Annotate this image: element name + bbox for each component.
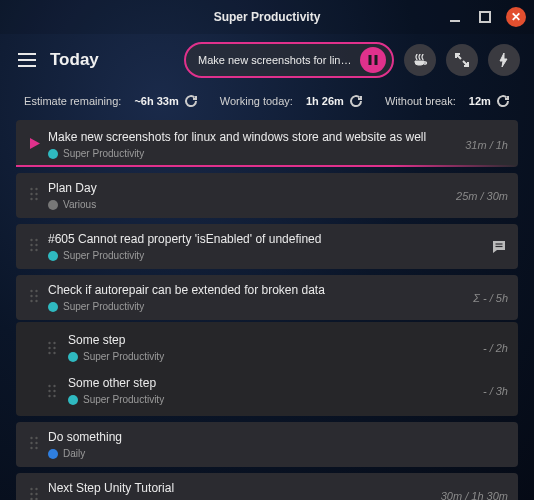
task-row[interactable]: Plan DayVarious25m / 30m (16, 173, 518, 218)
subtasks-container: Some stepSuper Productivity- / 2hSome ot… (16, 322, 518, 416)
menu-button[interactable] (14, 47, 40, 73)
drag-handle-icon[interactable] (20, 486, 48, 501)
subtask-title: Some step (68, 333, 483, 348)
subtask-time: - / 2h (483, 342, 508, 354)
svg-point-49 (30, 497, 32, 499)
svg-point-16 (35, 243, 37, 245)
svg-point-29 (48, 346, 50, 348)
svg-point-17 (30, 248, 32, 250)
titlebar: Super Productivity ✕ (0, 0, 534, 34)
task-title: Check if autorepair can be extended for … (48, 283, 473, 298)
pause-button[interactable] (360, 47, 386, 73)
stat-working: Working today: 1h 26m (220, 94, 363, 108)
svg-point-11 (30, 197, 32, 199)
drag-handle-icon[interactable] (20, 186, 48, 206)
task-row[interactable]: Make new screenshots for linux and windo… (16, 120, 518, 167)
subtask-time: - / 3h (483, 385, 508, 397)
task-row[interactable]: Next Step Unity TutorialGame30m / 1h 30m (16, 473, 518, 500)
tag-dot-icon (68, 352, 78, 362)
refresh-icon[interactable] (184, 94, 198, 108)
svg-point-23 (30, 294, 32, 296)
task-row[interactable]: Check if autorepair can be extended for … (16, 275, 518, 320)
drag-handle-icon[interactable] (40, 383, 64, 399)
svg-point-13 (30, 238, 32, 240)
svg-point-44 (35, 446, 37, 448)
svg-point-12 (35, 197, 37, 199)
close-button[interactable]: ✕ (506, 7, 526, 27)
svg-point-39 (30, 436, 32, 438)
drag-handle-icon[interactable] (40, 340, 64, 356)
svg-point-30 (53, 346, 55, 348)
task-tag: Super Productivity (68, 351, 483, 362)
task-row[interactable]: #605 Cannot read property 'isEnabled' of… (16, 224, 518, 269)
svg-point-24 (35, 294, 37, 296)
svg-rect-6 (375, 55, 378, 65)
drag-handle-icon[interactable] (20, 237, 48, 257)
subtask-row[interactable]: Some stepSuper Productivity- / 2h (16, 326, 518, 369)
svg-point-46 (35, 487, 37, 489)
svg-point-33 (48, 384, 50, 386)
svg-point-41 (30, 441, 32, 443)
task-time: 30m / 1h 30m (441, 490, 508, 501)
stat-estimate: Estimate remaining: ~6h 33m (24, 94, 198, 108)
task-time: 25m / 30m (456, 190, 508, 202)
svg-point-8 (35, 187, 37, 189)
minimize-button[interactable] (446, 8, 464, 26)
svg-point-42 (35, 441, 37, 443)
refresh-icon[interactable] (349, 94, 363, 108)
play-icon (20, 136, 48, 154)
svg-point-47 (30, 492, 32, 494)
svg-point-15 (30, 243, 32, 245)
svg-point-18 (35, 248, 37, 250)
svg-point-7 (30, 187, 32, 189)
svg-rect-1 (480, 12, 490, 22)
task-tag: Super Productivity (68, 394, 483, 405)
task-row[interactable]: Do somethingDaily (16, 422, 518, 467)
quick-action-button[interactable] (488, 44, 520, 76)
svg-point-10 (35, 192, 37, 194)
drag-handle-icon[interactable] (20, 288, 48, 308)
view-title: Today (50, 50, 99, 70)
svg-point-25 (30, 299, 32, 301)
refresh-icon[interactable] (496, 94, 510, 108)
subtask-row[interactable]: Some other stepSuper Productivity- / 3h (16, 369, 518, 412)
svg-point-31 (48, 351, 50, 353)
maximize-button[interactable] (476, 8, 494, 26)
svg-rect-5 (369, 55, 372, 65)
tag-dot-icon (68, 395, 78, 405)
svg-point-50 (35, 497, 37, 499)
tag-dot-icon (48, 149, 58, 159)
svg-point-38 (53, 394, 55, 396)
comments-icon[interactable] (490, 238, 508, 256)
drag-handle-icon[interactable] (20, 435, 48, 455)
app-bar: Today Make new screenshots for linux and… (0, 34, 534, 86)
tag-dot-icon (48, 449, 58, 459)
svg-point-35 (48, 389, 50, 391)
task-tag: Various (48, 199, 456, 210)
task-title: Next Step Unity Tutorial (48, 481, 441, 496)
svg-point-43 (30, 446, 32, 448)
svg-point-40 (35, 436, 37, 438)
task-tag: Super Productivity (48, 301, 473, 312)
task-title: Do something (48, 430, 508, 445)
task-tag: Super Productivity (48, 250, 490, 261)
svg-point-37 (48, 394, 50, 396)
current-task-text: Make new screenshots for linux and w… (198, 54, 354, 66)
svg-point-26 (35, 299, 37, 301)
task-tag: Super Productivity (48, 148, 465, 159)
svg-point-9 (30, 192, 32, 194)
current-task-pill[interactable]: Make new screenshots for linux and w… (184, 42, 394, 78)
svg-point-21 (30, 289, 32, 291)
break-button[interactable] (404, 44, 436, 76)
fullscreen-button[interactable] (446, 44, 478, 76)
task-time: Σ - / 5h (473, 292, 508, 304)
tag-dot-icon (48, 200, 58, 210)
svg-point-22 (35, 289, 37, 291)
task-time: 31m / 1h (465, 139, 508, 151)
task-title: #605 Cannot read property 'isEnabled' of… (48, 232, 490, 247)
tag-dot-icon (48, 251, 58, 261)
svg-point-45 (30, 487, 32, 489)
svg-point-27 (48, 341, 50, 343)
subtask-title: Some other step (68, 376, 483, 391)
svg-point-14 (35, 238, 37, 240)
